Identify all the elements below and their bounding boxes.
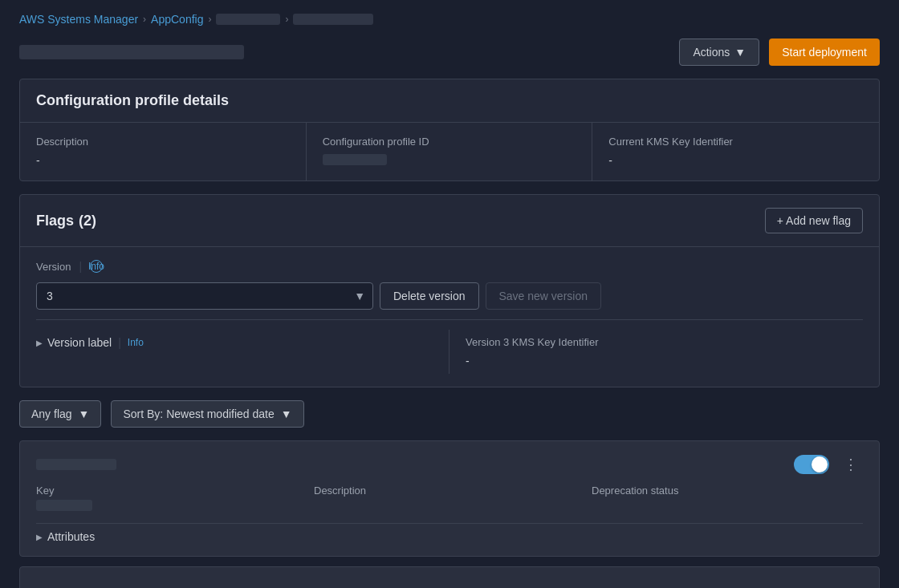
breadcrumb-separator-2: ›	[208, 14, 211, 25]
version-details-grid: ▶ Version label | Info Version 3 KMS Key…	[36, 319, 863, 374]
config-profile-details: Description - Configuration profile ID C…	[20, 123, 879, 180]
add-new-flag-button[interactable]: + Add new flag	[765, 208, 863, 233]
profile-id-label: Configuration profile ID	[323, 136, 576, 148]
config-profile-header: Configuration profile details	[20, 79, 879, 123]
breadcrumb-item-3	[216, 14, 280, 25]
version-label-expand[interactable]: ▶ Version label | Info	[36, 336, 433, 349]
version-info-badge[interactable]: Info	[90, 260, 103, 273]
page-header: Actions ▼ Start deployment	[0, 32, 899, 79]
breadcrumb-link-systems-manager[interactable]: AWS Systems Manager	[19, 13, 138, 26]
breadcrumb-separator-1: ›	[143, 14, 146, 25]
kms-value: -	[608, 154, 863, 167]
version-label-info-badge[interactable]: Info	[128, 337, 144, 348]
profile-id-value	[323, 154, 576, 168]
flag-toggle[interactable]	[794, 455, 829, 474]
flag-item-header: ⋮	[36, 454, 863, 475]
flags-title-text: Flags	[36, 213, 74, 229]
flags-count: (2)	[79, 213, 96, 229]
version-controls: 3 ▼ Delete version Save new version	[36, 282, 863, 310]
profile-id-field: Configuration profile ID	[307, 123, 593, 180]
flag-description-label: Description	[314, 485, 585, 497]
description-label: Description	[36, 136, 290, 148]
profile-id-blurred	[323, 154, 387, 165]
sort-filter-label: Sort By: Newest modified date	[123, 408, 274, 420]
actions-dropdown-icon: ▼	[734, 46, 746, 59]
description-value: -	[36, 154, 290, 167]
version-label-text: Version label	[47, 336, 112, 349]
version-kms-label: Version 3 KMS Key Identifier	[466, 336, 863, 348]
flags-title: Flags (2)	[36, 213, 96, 229]
version-kms-field: Version 3 KMS Key Identifier -	[450, 330, 863, 374]
expand-arrow-icon: ▶	[36, 339, 43, 347]
flag-filter-label: Any flag	[31, 408, 72, 420]
page-title	[19, 45, 244, 59]
flag-item-actions: ⋮	[794, 454, 863, 475]
kms-label: Current KMS Key Identifier	[608, 136, 863, 148]
filter-row: Any flag ▼ Sort By: Newest modified date…	[19, 400, 880, 428]
flags-body: Version | Info 3 ▼ Delete version Save n…	[20, 247, 879, 387]
version-label-field: ▶ Version label | Info	[36, 330, 450, 374]
second-flag-card	[19, 566, 880, 588]
flag-description-col: Description	[314, 485, 585, 513]
flag-item-card: ⋮ Key Description Deprecation status ▶ A…	[19, 440, 880, 557]
delete-version-button[interactable]: Delete version	[380, 282, 479, 310]
more-options-icon[interactable]: ⋮	[839, 454, 863, 475]
flag-columns: Key Description Deprecation status	[36, 485, 863, 513]
version-select[interactable]: 3	[36, 282, 373, 310]
description-field: Description -	[20, 123, 307, 180]
breadcrumb-item-4	[293, 14, 373, 25]
flag-filter-dropdown[interactable]: Any flag ▼	[19, 400, 101, 428]
sort-filter-chevron-icon: ▼	[281, 408, 292, 420]
save-new-version-button: Save new version	[486, 282, 602, 310]
flags-card: Flags (2) + Add new flag Version | Info …	[19, 194, 880, 387]
flag-key-col: Key	[36, 485, 307, 513]
version-select-wrapper: 3 ▼	[36, 282, 373, 310]
breadcrumb: AWS Systems Manager › AppConfig › ›	[0, 0, 899, 32]
config-profile-card: Configuration profile details Descriptio…	[19, 79, 880, 181]
flag-deprecation-col: Deprecation status	[592, 485, 863, 513]
header-actions: Actions ▼ Start deployment	[679, 39, 880, 66]
kms-field: Current KMS Key Identifier -	[592, 123, 879, 180]
flag-key-label: Key	[36, 485, 307, 497]
flag-deprecation-label: Deprecation status	[592, 485, 863, 497]
main-content: Configuration profile details Descriptio…	[0, 79, 899, 588]
actions-button-label: Actions	[693, 46, 730, 59]
toggle-knob	[812, 456, 828, 472]
version-kms-value: -	[466, 355, 863, 367]
attributes-row[interactable]: ▶ Attributes	[36, 523, 863, 543]
start-deployment-button[interactable]: Start deployment	[769, 39, 880, 66]
flag-filter-chevron-icon: ▼	[79, 408, 90, 420]
flag-item-name	[36, 459, 116, 470]
version-label: Version	[36, 261, 71, 273]
attributes-expand-icon: ▶	[36, 533, 43, 541]
breadcrumb-link-appconfig[interactable]: AppConfig	[151, 13, 203, 26]
actions-button[interactable]: Actions ▼	[679, 39, 759, 66]
sort-filter-dropdown[interactable]: Sort By: Newest modified date ▼	[111, 400, 303, 428]
flags-header: Flags (2) + Add new flag	[20, 195, 879, 247]
breadcrumb-separator-3: ›	[285, 14, 288, 25]
attributes-label: Attributes	[47, 530, 95, 543]
flag-key-value	[36, 500, 92, 511]
config-profile-title: Configuration profile details	[36, 92, 229, 108]
version-row: Version | Info	[36, 260, 863, 273]
